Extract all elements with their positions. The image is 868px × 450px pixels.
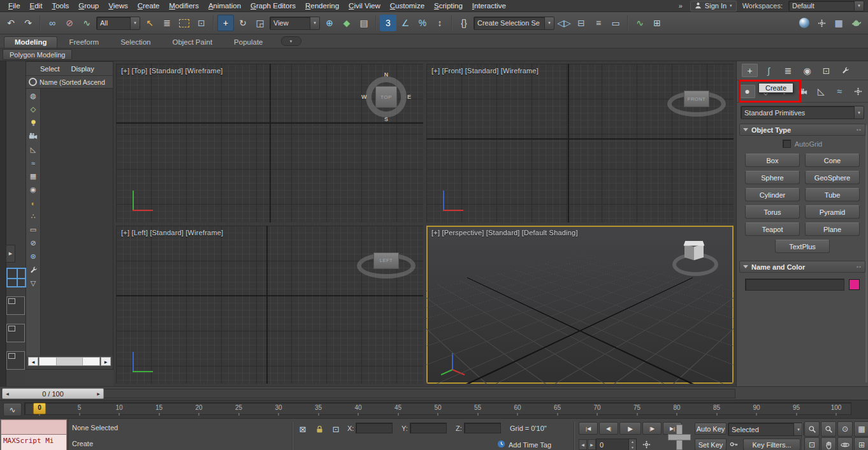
next-key-icon[interactable]: ▶ (588, 439, 596, 450)
select-and-uniform-scale-icon[interactable]: ◲ (252, 15, 268, 31)
viewport-top-label[interactable]: [+] [Top] [Standard] [Wireframe] (121, 67, 223, 75)
ribbon-tab-object-paint[interactable]: Object Paint (162, 37, 222, 48)
select-by-name-icon[interactable]: ≣ (159, 15, 175, 31)
display-space-warps-icon[interactable]: ≈ (27, 157, 39, 168)
display-frozen-icon[interactable]: ⊛ (27, 251, 39, 262)
cameras-category-icon[interactable] (795, 85, 811, 98)
play-animation-button[interactable]: ▶ (619, 422, 641, 435)
object-type-cylinder-button[interactable]: Cylinder (745, 188, 800, 201)
undo-icon[interactable]: ↶ (3, 15, 19, 31)
display-materials-icon[interactable]: ◐ (27, 198, 39, 208)
display-groups-icon[interactable]: ▦ (27, 171, 39, 182)
ribbon-tab-freeform[interactable]: Freeform (59, 37, 109, 48)
layout-tab-2x2[interactable] (6, 268, 26, 287)
rectangular-selection-region-icon[interactable] (176, 15, 192, 31)
layout-tab-preset-3[interactable] (6, 324, 25, 342)
keyboard-shortcut-override-icon[interactable]: ▤ (356, 15, 372, 31)
menu-civil-view[interactable]: Civil View (344, 1, 385, 10)
explorer-column-header[interactable]: Name (Sorted Ascend (26, 76, 113, 89)
compass-east[interactable]: E (407, 94, 411, 100)
create-tab-icon[interactable]: + (742, 64, 758, 77)
object-color-swatch[interactable] (849, 279, 860, 290)
material-editor-icon[interactable] (796, 15, 813, 31)
time-slider-thumb[interactable]: ◀ 0 / 100 ▶ (2, 388, 104, 399)
previous-frame-arrow-icon[interactable]: ◀ (3, 391, 12, 396)
z-input[interactable] (464, 423, 501, 433)
ribbon-tab-selection[interactable]: Selection (110, 37, 161, 48)
sign-in-dropdown[interactable]: Sign In ▾ (690, 1, 737, 11)
named-selection-sets-dropdown[interactable]: Create Selection Se ▾ (474, 17, 554, 30)
workspaces-dropdown[interactable]: Default ▾ (788, 1, 864, 11)
modify-tab-icon[interactable]: ∫ (761, 64, 777, 77)
compass-south[interactable]: S (384, 116, 388, 122)
display-containers-icon[interactable]: ▭ (27, 224, 39, 235)
bind-to-space-warp-icon[interactable]: ∿ (78, 15, 95, 31)
percent-snap-toggle-icon[interactable]: % (414, 15, 431, 31)
schematic-view-icon[interactable]: ⊞ (649, 15, 665, 31)
explorer-horizontal-scrollbar[interactable]: ◀ ▶ (28, 357, 111, 366)
auto-key-button[interactable]: Auto Key (695, 423, 727, 435)
previous-key-icon[interactable]: ◀ (579, 439, 587, 450)
explorer-tree-area[interactable] (41, 89, 113, 356)
display-geometry-icon[interactable]: ◍ (27, 91, 39, 101)
snaps-toggle-3d-icon[interactable]: 3 (380, 15, 396, 31)
hierarchy-tab-icon[interactable]: ≣ (780, 64, 796, 77)
zoom-extents-all-icon[interactable]: ▦ (854, 421, 868, 437)
zoom-icon[interactable] (804, 421, 820, 437)
previous-frame-button[interactable]: ◀| (599, 422, 618, 435)
add-time-tag[interactable]: Add Time Tag (497, 440, 551, 449)
navigation-pad-icon[interactable] (668, 425, 690, 449)
scrollbar-track[interactable] (39, 357, 100, 366)
display-shapes-icon[interactable]: ◇ (27, 104, 39, 115)
scrollbar-thumb[interactable] (56, 358, 82, 365)
compass-north[interactable]: N (384, 71, 389, 78)
ribbon-tab-modeling[interactable]: Modeling (4, 36, 57, 48)
current-frame-field[interactable]: 0 ▲ ▼ (596, 439, 637, 450)
explorer-settings-icon[interactable] (27, 265, 39, 275)
helpers-category-icon[interactable]: ◺ (813, 85, 829, 98)
select-and-link-icon[interactable]: ∞ (44, 15, 61, 31)
motion-tab-icon[interactable]: ◉ (799, 64, 815, 77)
viewcube-compass[interactable]: N S W E TOP (361, 71, 412, 122)
time-slider-track[interactable] (1, 389, 735, 398)
viewport-left-label[interactable]: [+] [Left] [Standard] [Wireframe] (121, 229, 223, 236)
menu-create[interactable]: Create (133, 1, 164, 10)
object-type-plane-button[interactable]: Plane (805, 222, 860, 236)
viewcube-3d[interactable] (670, 235, 721, 278)
menu-rendering[interactable]: Rendering (301, 1, 344, 10)
scroll-left-icon[interactable]: ◀ (28, 357, 38, 366)
object-type-textplus-button[interactable]: TextPlus (775, 240, 830, 253)
key-filters-button[interactable]: Key Filters... (743, 439, 800, 450)
viewcube-face-front[interactable]: FRONT (684, 91, 709, 107)
orbit-icon[interactable] (837, 437, 853, 450)
menu-graph-editors[interactable]: Graph Editors (246, 1, 300, 10)
viewport-left[interactable]: [+] [Left] [Standard] [Wireframe] LEFT (116, 226, 423, 384)
display-lights-icon[interactable] (27, 117, 39, 128)
maxscript-listener-pane[interactable]: MAXScript Mi (1, 435, 67, 450)
explorer-tab-select[interactable]: Select (36, 64, 64, 73)
viewcube-left[interactable]: LEFT (357, 245, 416, 277)
utilities-tab-icon[interactable] (837, 64, 853, 77)
toggle-ribbon-icon[interactable]: ▭ (607, 15, 624, 31)
object-type-tube-button[interactable]: Tube (805, 188, 860, 201)
viewcube-face-top[interactable]: TOP (375, 86, 397, 108)
maxscript-macro-pane[interactable] (1, 419, 67, 435)
key-filters-icon[interactable] (728, 439, 741, 449)
zoom-extents-icon[interactable]: ⊙ (837, 421, 853, 437)
window-crossing-icon[interactable]: ⊡ (193, 15, 210, 31)
frame-spinner[interactable]: ▲ ▼ (628, 439, 636, 450)
spinner-snap-toggle-icon[interactable]: ↕ (431, 15, 448, 31)
object-type-box-button[interactable]: Box (745, 154, 800, 167)
polygon-modeling-panel[interactable]: Polygon Modeling (3, 49, 72, 60)
x-input[interactable] (356, 423, 393, 433)
key-mode-dropdown[interactable]: Selected ▾ (728, 423, 804, 436)
panel-scrollbar[interactable] (865, 125, 867, 382)
spinner-up-icon[interactable]: ▲ (629, 439, 636, 445)
filter-combinations-icon[interactable]: ▽ (27, 278, 39, 289)
ribbon-tab-populate[interactable]: Populate (224, 37, 273, 48)
zoom-all-icon[interactable] (821, 421, 836, 437)
render-setup-icon[interactable] (813, 15, 830, 31)
edit-named-selection-sets-icon[interactable]: {} (456, 15, 472, 31)
viewcube-top-face[interactable] (684, 241, 705, 246)
y-input[interactable] (410, 423, 447, 433)
